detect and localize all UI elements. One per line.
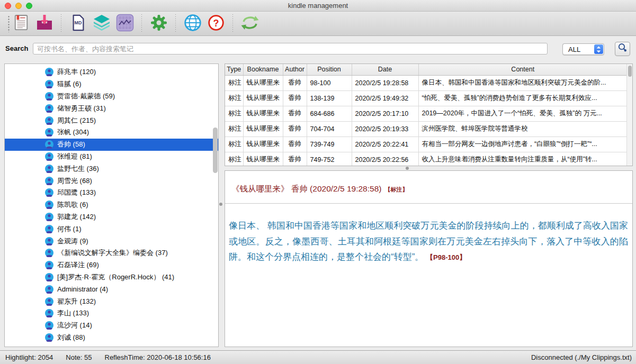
author-list-item[interactable]: 周雪光 (68) <box>5 175 218 187</box>
author-list-item[interactable]: 盐野七生 (36) <box>5 162 218 175</box>
minimize-window-button[interactable] <box>15 3 22 9</box>
status-note-count: Note: 55 <box>66 353 92 361</box>
person-icon <box>45 188 53 197</box>
person-icon <box>45 285 53 294</box>
author-list-item[interactable]: 张帆 (304) <box>5 126 218 139</box>
author-list-item[interactable]: [美]罗杰·R·霍克（RogerR.Hock） (41) <box>5 271 218 284</box>
column-header-position[interactable]: Position <box>307 64 352 75</box>
filter-dropdown[interactable]: ALL <box>562 43 604 55</box>
help-button[interactable]: ? <box>204 13 228 34</box>
clipping-row[interactable]: 标注钱从哪里来香帅 98-1002020/2/5 19:28:58像日本、韩国和… <box>225 75 627 90</box>
clipping-row[interactable]: 标注钱从哪里来香帅 704-7042020/2/5 20:19:33滨州医学院、… <box>225 121 627 136</box>
person-icon <box>45 321 53 330</box>
person-icon <box>45 297 53 306</box>
notes-button[interactable] <box>10 13 33 34</box>
author-label: 储智勇王硕 (31) <box>57 104 106 113</box>
author-list-item[interactable]: 何伟 (1) <box>5 223 218 235</box>
clipping-row[interactable]: 标注钱从哪里来香帅 739-7492020/2/5 20:22:41有相当一部分… <box>225 136 627 152</box>
author-list-item[interactable]: 张维迎 (81) <box>5 151 218 163</box>
clipping-row[interactable]: 标注钱从哪里来香帅 684-6862020/2/5 20:17:102019—2… <box>225 106 627 121</box>
table-scrollbar-track[interactable] <box>626 64 632 166</box>
author-label: 香帅 (58) <box>57 140 85 149</box>
author-list-item[interactable]: Administrator (4) <box>5 283 218 295</box>
close-window-button[interactable] <box>5 3 11 9</box>
table-scrollbar-thumb[interactable] <box>628 66 632 77</box>
column-header-content[interactable]: Content <box>418 64 627 75</box>
author-label: [美]罗杰·R·霍克（RogerR.Hock） (41) <box>57 272 174 282</box>
author-list-item[interactable]: 李山 (133) <box>5 307 218 320</box>
author-list-item[interactable]: 周其仁 (215) <box>5 114 218 126</box>
author-label: 刘诚 (88) <box>57 333 85 342</box>
status-highlight-count: Hightlight: 2054 <box>5 353 53 361</box>
notes-icon <box>13 14 29 34</box>
author-list-item[interactable]: 石磊译注 (69) <box>5 259 218 271</box>
author-label: 金观涛 (9) <box>57 236 88 246</box>
vertical-splitter-handle[interactable] <box>219 203 222 206</box>
status-bar: Hightlight: 2054 Note: 55 RefleshTime: 2… <box>0 350 636 364</box>
detail-type-tag: 【标注】 <box>384 186 408 193</box>
language-button[interactable] <box>181 13 204 34</box>
author-list-item[interactable]: 《新编说文解字大全集》编委会 (37) <box>5 247 218 259</box>
column-header-author[interactable]: Author <box>283 64 307 75</box>
author-list-item[interactable]: 刘诚 (88) <box>5 332 218 344</box>
author-list-item[interactable]: 储智勇王硕 (31) <box>5 102 218 114</box>
toolbar-separator <box>232 14 234 33</box>
author-list-item[interactable]: 流沙河 (14) <box>5 320 218 332</box>
detail-position-ref: 【P98-100】 <box>426 253 466 261</box>
person-icon <box>45 249 53 257</box>
author-list-item[interactable]: 贾雷德·戴蒙德 (59) <box>5 90 218 103</box>
author-list-item[interactable]: 邱国鹭 (133) <box>5 187 218 199</box>
clippings-tbody: 标注钱从哪里来香帅 98-1002020/2/5 19:28:58像日本、韩国和… <box>225 75 627 166</box>
search-bar: Search ALL <box>0 37 636 62</box>
import-button[interactable] <box>33 13 56 34</box>
author-list-item[interactable]: 薛兆丰 (120) <box>5 66 218 78</box>
app-window: kindle management <box>0 0 636 364</box>
person-icon <box>45 177 53 185</box>
layers-button[interactable] <box>90 13 113 34</box>
author-label: 张维迎 (81) <box>57 152 92 161</box>
clippings-table-panel: Type Bookname Author Position Date Conte… <box>225 63 633 166</box>
horizontal-splitter-handle[interactable] <box>406 167 409 170</box>
zoom-window-button[interactable] <box>26 3 32 9</box>
detail-title-text: 《钱从哪里来》 香帅 (2020/2/5 19:28:58) <box>231 184 381 193</box>
author-label: 贾雷德·戴蒙德 (59) <box>57 92 115 101</box>
markdown-file-icon: MD <box>70 14 86 34</box>
author-list-item[interactable]: 猫腻 (6) <box>5 78 218 90</box>
author-list-item[interactable]: 香帅 (58) <box>5 139 218 151</box>
search-button[interactable] <box>615 42 630 56</box>
author-list-item[interactable]: 郭建龙 (142) <box>5 211 218 223</box>
table-header-row: Type Bookname Author Position Date Conte… <box>225 64 627 75</box>
author-label: 流沙河 (14) <box>57 321 92 330</box>
author-list-item[interactable]: 翟东升 (132) <box>5 295 218 307</box>
dropdown-stepper-icon <box>594 44 603 54</box>
filter-dropdown-value: ALL <box>568 46 580 53</box>
person-icon <box>45 128 53 136</box>
clippings-table: Type Bookname Author Position Date Conte… <box>225 64 627 166</box>
sidebar-scrollbar-thumb[interactable] <box>213 128 218 173</box>
refresh-sync-icon <box>240 14 259 33</box>
person-icon <box>45 309 53 317</box>
author-list: 薛兆丰 (120) 猫腻 (6) 贾雷德·戴蒙德 (59) <box>5 64 218 343</box>
column-header-bookname[interactable]: Bookname <box>243 64 283 75</box>
refresh-button[interactable] <box>238 13 262 34</box>
help-icon: ? <box>208 14 225 33</box>
author-label: 盐野七生 (36) <box>57 164 99 174</box>
settings-gear-icon <box>150 14 167 33</box>
markdown-export-button[interactable]: MD <box>67 13 90 34</box>
toolbar: MD <box>0 12 636 36</box>
author-label: 何伟 (1) <box>57 224 82 234</box>
column-header-type[interactable]: Type <box>225 64 243 75</box>
settings-button[interactable] <box>147 13 171 34</box>
statistics-button[interactable] <box>113 13 137 34</box>
column-header-date[interactable]: Date <box>352 64 418 75</box>
clipping-row[interactable]: 标注钱从哪里来香帅 138-1392020/2/5 19:49:32“怕死、爱美… <box>225 90 627 106</box>
import-icon <box>35 14 53 33</box>
author-list-item[interactable]: 金观涛 (9) <box>5 235 218 247</box>
search-input[interactable] <box>33 43 548 54</box>
author-label: 周其仁 (215) <box>57 116 96 125</box>
author-list-item[interactable]: 陈凯歌 (6) <box>5 199 218 211</box>
author-label: 周雪光 (68) <box>57 176 92 186</box>
toolbar-separator <box>141 14 142 33</box>
person-icon <box>45 273 53 281</box>
clipping-row[interactable]: 标注钱从哪里来香帅 749-7522020/2/5 20:22:56收入上升意味… <box>225 152 627 166</box>
